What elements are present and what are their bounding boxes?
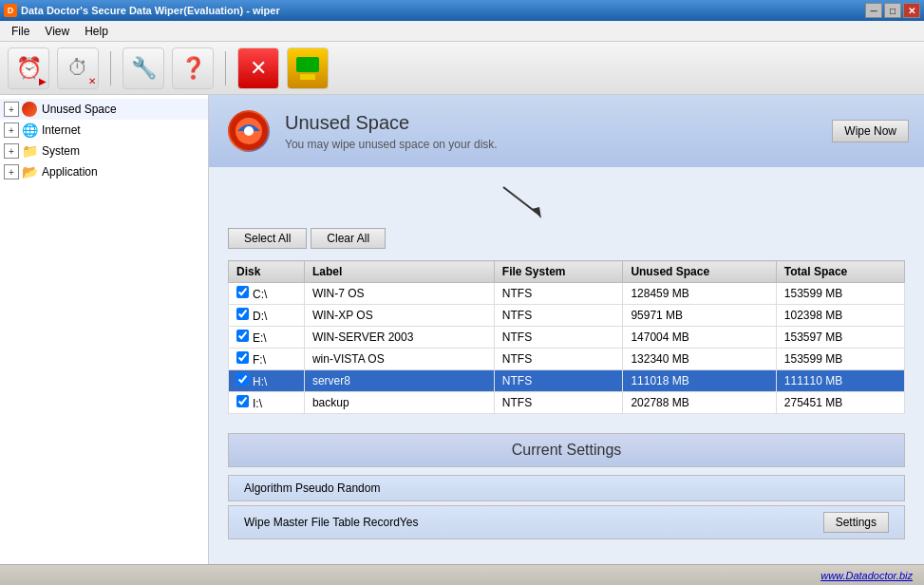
content-title: Unused Space [285,112,498,134]
algorithm-label: Algorithm Pseudo Random [244,481,380,495]
wipe-now-button[interactable]: Wipe Now [832,120,909,142]
app-folder-icon: 📂 [21,163,38,180]
maximize-button[interactable]: □ [884,3,901,18]
help-button[interactable]: ❓ [172,47,214,89]
cell-disk: H:\ [229,370,305,392]
svg-rect-1 [300,74,315,80]
action-buttons: Select All Clear All [228,228,905,249]
row-checkbox[interactable] [236,286,249,298]
tree-expander-application[interactable]: + [4,164,19,179]
row-checkbox[interactable] [236,330,249,342]
tree-expander-internet[interactable]: + [4,123,19,138]
svg-point-4 [244,126,254,136]
settings-section: Current Settings Algorithm Pseudo Random… [228,433,905,539]
sidebar-item-system[interactable]: + 📁 System [0,141,208,161]
tree-expander-unused-space[interactable]: + [4,102,19,117]
sidebar-item-application[interactable]: + 📂 Application [0,161,208,182]
close-app-button[interactable]: ✕ [237,47,279,89]
cell-total: 102398 MB [776,305,904,327]
minimize-tray-button[interactable] [287,47,329,89]
title-bar: D Data Doctor's Secure Data Wiper(Evalua… [0,0,924,21]
menu-bar: File View Help [0,21,924,42]
tree-expander-system[interactable]: + [4,143,19,159]
cell-label: win-VISTA OS [304,349,494,370]
window-controls: ─ □ ✕ [865,3,920,18]
wipe-master-row: Wipe Master File Table RecordYes Setting… [228,505,905,539]
logo-svg [228,110,270,152]
row-checkbox[interactable] [236,308,249,320]
header-logo [228,110,270,152]
row-checkbox[interactable] [236,351,249,364]
cell-total: 153597 MB [776,327,904,349]
content-header: Unused Space You may wipe unused space o… [209,95,924,167]
toolbar-separator-2 [225,51,226,85]
sidebar-label-unused-space: Unused Space [42,103,117,116]
cell-label: WIN-7 OS [304,283,494,305]
row-checkbox[interactable] [236,395,249,407]
menu-file[interactable]: File [4,23,37,40]
stop-wipe-button[interactable]: ⏱ ✕ [57,47,99,89]
sidebar-item-unused-space[interactable]: + Unused Space [0,99,208,120]
cell-disk: F:\ [229,349,305,370]
content-body: Select All Clear All Disk Label File Sys… [209,167,924,558]
col-fs: File System [494,261,623,283]
disk-icon [21,101,38,118]
cell-disk: I:\ [229,392,305,414]
settings-title: Current Settings [228,433,905,467]
sidebar-label-application: Application [42,165,98,179]
options-button[interactable]: 🔧 [123,47,164,89]
col-total: Total Space [776,261,904,283]
disk-table: Disk Label File System Unused Space Tota… [228,260,905,414]
select-all-button[interactable]: Select All [228,228,307,249]
sidebar-label-system: System [42,144,80,158]
table-row[interactable]: I:\ backup NTFS 202788 MB 275451 MB [229,392,905,414]
svg-line-5 [503,187,537,213]
cell-disk: C:\ [229,283,305,305]
settings-button[interactable]: Settings [823,512,889,533]
cell-unused: 202788 MB [623,392,776,414]
table-row[interactable]: F:\ win-VISTA OS NTFS 132340 MB 153599 M… [229,349,905,370]
sidebar: + Unused Space + 🌐 Internet + 📁 System + [0,95,209,564]
toolbar: ⏰ ▶ ⏱ ✕ 🔧 ❓ ✕ [0,42,924,95]
cell-unused: 147004 MB [623,327,776,349]
cell-fs: NTFS [494,327,623,349]
svg-rect-0 [296,57,319,72]
cell-disk: E:\ [229,327,305,349]
cell-unused: 95971 MB [623,305,776,327]
cell-label: WIN-SERVER 2003 [304,327,494,349]
wipe-timer-button[interactable]: ⏰ ▶ [8,47,49,89]
sidebar-label-internet: Internet [42,123,81,137]
minimize-button[interactable]: ─ [865,3,882,18]
algorithm-row: Algorithm Pseudo Random [228,475,905,501]
table-row[interactable]: H:\ server8 NTFS 111018 MB 111110 MB [229,370,905,392]
content-area: Unused Space You may wipe unused space o… [209,95,924,564]
status-url: www.Datadoctor.biz [820,570,913,581]
status-url-link[interactable]: www.Datadoctor.biz [820,570,913,581]
table-row[interactable]: C:\ WIN-7 OS NTFS 128459 MB 153599 MB [229,283,905,305]
menu-help[interactable]: Help [77,23,116,40]
col-label: Label [304,261,494,283]
content-subtitle: You may wipe unused space on your disk. [285,138,498,151]
table-row[interactable]: E:\ WIN-SERVER 2003 NTFS 147004 MB 15359… [229,327,905,349]
col-disk: Disk [229,261,305,283]
col-unused: Unused Space [623,261,776,283]
cell-fs: NTFS [494,305,623,327]
row-checkbox[interactable] [236,373,249,386]
clear-all-button[interactable]: Clear All [311,228,386,249]
sidebar-item-internet[interactable]: + 🌐 Internet [0,120,208,141]
cell-total: 275451 MB [776,392,904,414]
cell-total: 153599 MB [776,283,904,305]
app-icon: D [4,4,17,17]
cell-disk: D:\ [229,305,305,327]
cell-fs: NTFS [494,349,623,370]
cell-label: WIN-XP OS [304,305,494,327]
globe-icon: 🌐 [21,122,38,139]
arrow-area [228,182,905,220]
toolbar-separator-1 [110,51,111,85]
cell-total: 153599 MB [776,349,904,370]
menu-view[interactable]: View [37,23,77,40]
table-row[interactable]: D:\ WIN-XP OS NTFS 95971 MB 102398 MB [229,305,905,327]
close-button[interactable]: ✕ [903,3,920,18]
status-bar: www.Datadoctor.biz [0,564,924,585]
tray-icon [294,55,321,82]
